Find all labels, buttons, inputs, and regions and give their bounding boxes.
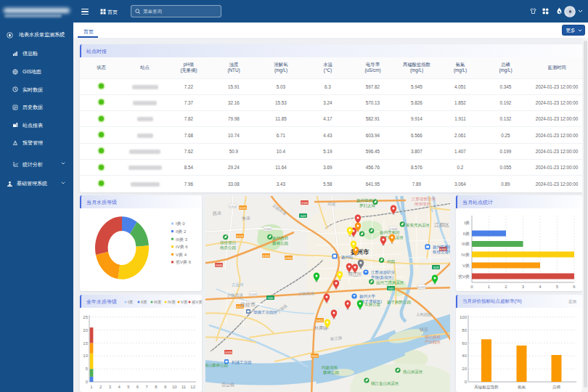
svg-text:9: 9	[164, 385, 167, 389]
svg-text:氨氮: 氨氮	[518, 385, 526, 389]
svg-text:X306: X306	[264, 227, 271, 231]
svg-text:3: 3	[522, 285, 525, 289]
svg-text:4: 4	[118, 385, 121, 389]
svg-text:III类 3: III类 3	[176, 237, 188, 242]
svg-text:G345: G345	[301, 201, 309, 205]
svg-text:扬子闲野公园: 扬子闲野公园	[387, 300, 411, 305]
svg-text:60: 60	[462, 341, 467, 346]
svg-text:北路: 北路	[327, 201, 336, 208]
svg-text:何园: 何园	[387, 259, 395, 264]
svg-text:5: 5	[127, 385, 130, 389]
svg-text:地质公园: 地质公园	[219, 245, 236, 250]
svg-text:扬州西郊: 扬州西郊	[272, 236, 289, 241]
svg-text:S353: S353	[263, 254, 270, 258]
svg-text:劣V类 6: 劣V类 6	[176, 260, 192, 265]
svg-text:仪征市: 仪征市	[240, 301, 256, 308]
svg-text:3: 3	[109, 385, 112, 389]
svg-text:扬州站: 扬州站	[341, 255, 354, 260]
svg-text:人民园路: 人民园路	[416, 312, 433, 317]
svg-text:II类 2: II类 2	[176, 229, 187, 234]
svg-text:V类: V类	[462, 264, 470, 268]
svg-text:G40: G40	[388, 287, 395, 290]
svg-text:S125: S125	[237, 234, 244, 238]
svg-text:镇江新科: 镇江新科	[425, 335, 441, 340]
svg-text:扬州东部客运: 扬州东部客运	[433, 245, 450, 250]
svg-text:V类: V类	[181, 300, 188, 304]
svg-text:劣V类: 劣V类	[458, 274, 470, 279]
svg-text:10: 10	[83, 354, 88, 358]
svg-text:森林公园: 森林公园	[323, 370, 339, 375]
svg-text:S28: S28	[433, 266, 439, 269]
svg-text:春江路: 春江路	[330, 335, 343, 342]
svg-text:5: 5	[556, 285, 559, 289]
svg-text:III类: III类	[462, 242, 470, 246]
svg-text:12: 12	[190, 385, 195, 389]
svg-text:6: 6	[136, 385, 139, 389]
svg-text:5: 5	[86, 367, 89, 371]
svg-text:0: 0	[470, 285, 473, 289]
svg-text:I类: I类	[464, 221, 470, 225]
svg-text:2: 2	[505, 285, 507, 289]
svg-text:1: 1	[488, 285, 491, 289]
svg-text:III类: III类	[154, 300, 162, 304]
svg-text:劣V类: 劣V类	[192, 300, 202, 305]
svg-text:IV类: IV类	[168, 300, 176, 304]
svg-text:茱萸湾风景区: 茱萸湾风景区	[406, 223, 430, 228]
svg-text:扬州市蜀冈: 扬州市蜀冈	[380, 230, 400, 235]
svg-text:仪征捺山: 仪征捺山	[220, 240, 236, 245]
svg-text:I类: I类	[128, 300, 134, 304]
svg-text:X203: X203	[250, 293, 257, 296]
svg-text:20: 20	[462, 367, 467, 371]
svg-text:江苏省部分闸: 江苏省部分闸	[412, 197, 436, 202]
svg-text:运河三湾风景区: 运河三湾风景区	[376, 280, 404, 285]
svg-text:S501: S501	[311, 354, 319, 358]
svg-text:总磷: 总磷	[552, 385, 561, 389]
svg-text:1: 1	[90, 385, 93, 389]
svg-text:0: 0	[86, 380, 89, 384]
svg-text:IV类: IV类	[461, 253, 470, 257]
svg-text:枢纽交通中心: 枢纽交通中心	[433, 249, 450, 254]
svg-text:江都区: 江都区	[434, 222, 449, 228]
svg-text:铜山森林公园: 铜山森林公园	[205, 363, 228, 368]
svg-text:古运河: 古运河	[232, 282, 244, 287]
svg-text:G40: G40	[268, 296, 274, 300]
svg-text:镇安: 镇安	[419, 327, 428, 332]
svg-text:S49: S49	[301, 214, 306, 218]
svg-text:宁海线: 宁海线	[276, 303, 289, 315]
svg-text:产业园区: 产业园区	[425, 340, 441, 345]
svg-text:S125: S125	[240, 206, 247, 210]
svg-text:S601: S601	[317, 319, 324, 322]
svg-text:V类 4: V类 4	[176, 253, 187, 257]
svg-text:II类: II类	[463, 232, 470, 236]
svg-text:高锰酸盐指数: 高锰酸盐指数	[474, 385, 499, 390]
svg-text:森林公园: 森林公园	[272, 241, 288, 246]
svg-text:IV类 6: IV类 6	[176, 245, 188, 249]
svg-text:梦幻之城: 梦幻之城	[359, 203, 376, 208]
svg-text:4: 4	[539, 285, 542, 289]
svg-text:华摘工业园区: 华摘工业园区	[253, 310, 278, 315]
svg-text:朴席镇: 朴席镇	[314, 325, 327, 330]
svg-text:扬州大学: 扬州大学	[359, 294, 376, 299]
svg-text:闸管理所: 闸管理所	[415, 202, 431, 207]
svg-text:7: 7	[146, 385, 149, 389]
svg-text:利浦工业园: 利浦工业园	[232, 360, 252, 365]
svg-text:焦山风景区: 焦山风景区	[403, 369, 423, 374]
svg-text:闰扬湿地: 闰扬湿地	[322, 365, 338, 370]
svg-text:朱庄: 朱庄	[242, 216, 250, 221]
svg-text:2: 2	[99, 385, 102, 389]
svg-text:100: 100	[460, 315, 467, 319]
svg-text:40: 40	[462, 354, 467, 358]
svg-text:X204: X204	[229, 205, 237, 208]
svg-text:镇江金山风景区: 镇江金山风景区	[371, 381, 399, 386]
svg-text:80: 80	[462, 328, 467, 332]
svg-text:西庄: 西庄	[213, 211, 221, 216]
svg-text:学院(新校区): 学院(新校区)	[371, 275, 393, 280]
svg-text:K202: K202	[418, 285, 425, 289]
svg-text:25: 25	[83, 315, 88, 319]
svg-text:G345: G345	[215, 264, 223, 267]
svg-text:8: 8	[155, 385, 158, 389]
svg-text:II类: II类	[141, 300, 147, 304]
svg-text:G328: G328	[224, 351, 232, 354]
svg-text:6: 6	[573, 285, 576, 289]
svg-text:S353: S353	[285, 256, 293, 260]
